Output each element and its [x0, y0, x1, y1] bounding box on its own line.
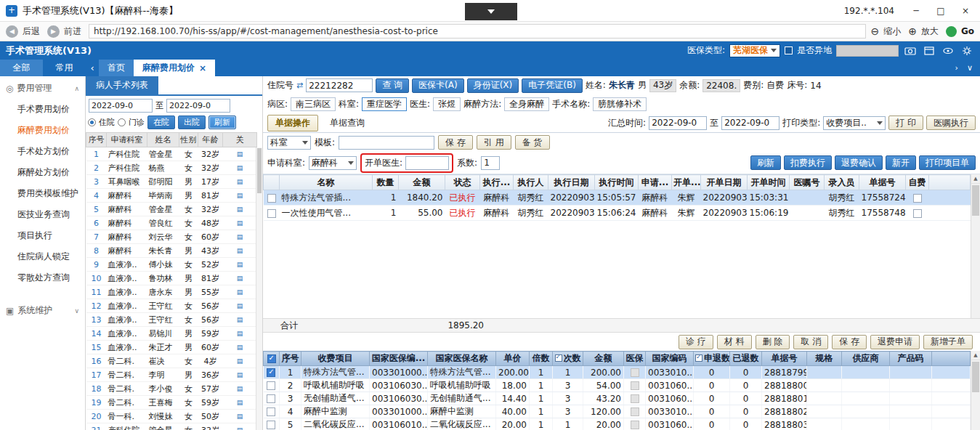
- col-status[interactable]: 状态: [445, 175, 480, 190]
- record-icon[interactable]: ▤: [237, 413, 243, 420]
- scrollbar-thumb[interactable]: [972, 362, 979, 392]
- treatment-button[interactable]: 诊 疗: [679, 335, 713, 349]
- col-refund-request[interactable]: 申退数: [694, 352, 730, 366]
- col-exec-dept[interactable]: 执行...: [480, 175, 514, 190]
- save-button[interactable]: 保 存: [832, 335, 867, 349]
- summary-from-input[interactable]: [649, 116, 707, 130]
- filter-all-tab[interactable]: 全部: [0, 60, 43, 76]
- selfpay-checkbox[interactable]: [913, 209, 922, 218]
- summary-to-input[interactable]: [721, 116, 779, 130]
- go-icon[interactable]: [946, 26, 957, 37]
- col-item-name[interactable]: 名称: [280, 175, 373, 190]
- detail-row[interactable]: 1 特殊方法气管... 003301000... 特殊方法气管... 200.0…: [264, 366, 971, 379]
- record-icon[interactable]: ▤: [237, 288, 243, 296]
- col-bill-no[interactable]: 单据号: [859, 175, 906, 190]
- col-order-no[interactable]: 医嘱号: [790, 175, 825, 190]
- selfpay-checkbox[interactable]: [913, 194, 922, 203]
- tabs-back-icon[interactable]: ‹: [86, 60, 99, 76]
- col-self-pay[interactable]: 自费: [906, 175, 929, 190]
- sidebar-item-surgery-cost[interactable]: 手术费用划价: [0, 99, 85, 120]
- patient-row[interactable]: 9 血液净.. 傅小妹 女 52岁 ▤: [86, 258, 257, 272]
- col-order-time[interactable]: 开单时间: [748, 175, 790, 190]
- forward-icon[interactable]: ▶: [47, 25, 60, 38]
- col-entry-user[interactable]: 录入员: [825, 175, 859, 190]
- template-input[interactable]: [339, 136, 434, 150]
- patient-row[interactable]: 16 骨二科. 崔决 女 4岁 ▤: [86, 354, 257, 368]
- col-insurance-flag[interactable]: 医保: [624, 352, 646, 366]
- scrollbar-thumb[interactable]: [972, 185, 979, 216]
- detail-row[interactable]: 5 二氧化碳反应... 003106010... 二氧化碳反应... 20.00…: [264, 418, 971, 430]
- add-suborder-button[interactable]: 新增子单: [923, 335, 973, 349]
- zoom-out-button[interactable]: 缩小: [883, 25, 901, 38]
- col-order-date[interactable]: 开单日期: [701, 175, 748, 190]
- sidebar-item-fee-template[interactable]: 费用类模板维护: [0, 183, 85, 204]
- sidebar-item-inpatient-lock[interactable]: 住院病人锁定: [0, 246, 85, 267]
- id-card-button[interactable]: 身份证(X): [467, 78, 519, 93]
- row-checkbox[interactable]: [267, 194, 276, 203]
- record-icon[interactable]: ▤: [237, 426, 243, 430]
- remote-input[interactable]: [836, 45, 899, 57]
- record-icon[interactable]: ▤: [237, 206, 243, 213]
- tab-document-query[interactable]: 单据查询: [323, 115, 372, 131]
- sidebar-item-item-execution[interactable]: 项目执行: [0, 225, 85, 246]
- refund-request-button[interactable]: 退费申请: [870, 335, 920, 349]
- order-doctor-input[interactable]: [405, 156, 449, 170]
- inpatient-radio-label[interactable]: 住院: [99, 117, 115, 128]
- col-order-user[interactable]: 开单...: [672, 175, 701, 190]
- charge-row[interactable]: 一次性使用气管... 1 55.00 已执行 麻醉科 胡秀红 20220903 …: [264, 206, 971, 221]
- col-no[interactable]: 序号: [280, 352, 301, 366]
- forward-button[interactable]: 前进: [64, 25, 81, 38]
- patient-row[interactable]: 6 麻醉科 管良红 女 48岁 ▤: [86, 216, 257, 230]
- order-execute-button[interactable]: 医嘱执行: [926, 115, 976, 130]
- col-times[interactable]: 次数: [553, 352, 583, 366]
- row-select-checkbox[interactable]: [267, 381, 275, 390]
- maximize-button[interactable]: □: [932, 6, 949, 16]
- col-dept[interactable]: 申请科室: [107, 133, 147, 147]
- material-button[interactable]: 材 料: [717, 335, 752, 349]
- sidebar-item-medtech-query[interactable]: 医技业务查询: [0, 204, 85, 225]
- screenshot-icon[interactable]: [903, 45, 918, 57]
- patient-row[interactable]: 4 麻醉科 毕炳南 男 81岁 ▤: [86, 189, 257, 203]
- sidebar-item-anesthesia-cost[interactable]: 麻醉费用划价: [0, 120, 85, 141]
- new-order-button[interactable]: 新开: [886, 155, 916, 170]
- record-icon[interactable]: ▤: [237, 385, 243, 392]
- delete-button[interactable]: 删 除: [756, 335, 790, 349]
- patient-list-tab[interactable]: 病人手术列表: [86, 76, 158, 94]
- col-age[interactable]: 年龄: [198, 133, 223, 147]
- scroll-up-icon[interactable]: ▲: [971, 174, 980, 184]
- insurance-type-select[interactable]: 芜湖医保: [729, 44, 780, 57]
- row-select-checkbox[interactable]: [267, 407, 275, 416]
- detail-row[interactable]: 2 呼吸机辅助呼吸 003106030... 呼吸机辅助呼吸 18.00 1 3…: [264, 379, 971, 392]
- col-relation[interactable]: 关: [223, 133, 257, 147]
- col-name[interactable]: 姓名: [147, 133, 179, 147]
- col-bill-no[interactable]: 单据号: [762, 352, 807, 366]
- evoucher-button[interactable]: 电子凭证(B): [522, 78, 583, 93]
- charge-table-scrollbar[interactable]: ▲: [971, 174, 980, 318]
- col-spec[interactable]: 规格: [807, 352, 842, 366]
- stock-button[interactable]: 备 货: [515, 135, 550, 150]
- insurance-card-button[interactable]: 医保卡(A): [412, 78, 464, 93]
- record-icon[interactable]: ▤: [237, 150, 243, 158]
- tabs-more-icon[interactable]: ∨: [967, 63, 973, 73]
- remote-checkbox[interactable]: [785, 46, 793, 54]
- patient-row[interactable]: 19 骨二科. 王喜梅 女 59岁 ▤: [86, 396, 257, 410]
- record-icon[interactable]: ▤: [237, 302, 243, 309]
- detail-row[interactable]: 4 麻醉中监测 003301000... 麻醉中监测 40.00 1 3 120…: [264, 405, 971, 418]
- detail-table-scrollbar[interactable]: ▲: [971, 351, 980, 430]
- patient-row[interactable]: 20 骨一科. 刘慢妹 女 50岁 ▤: [86, 410, 257, 423]
- zoom-out-icon[interactable]: ⊖: [870, 25, 879, 37]
- col-no[interactable]: 序号: [86, 133, 107, 147]
- col-country-code[interactable]: 国家编码: [646, 352, 694, 366]
- scrollbar-thumb[interactable]: [257, 148, 262, 193]
- col-exec-time[interactable]: 执行时间: [595, 175, 639, 190]
- patient-row[interactable]: 12 血液净.. 王守红 女 56岁 ▤: [86, 299, 257, 313]
- date-to-input[interactable]: [166, 99, 230, 113]
- sidebar-section-system[interactable]: ▣ 系统维护 ∨: [0, 299, 85, 321]
- cite-template-button[interactable]: 引 用: [477, 135, 511, 150]
- patient-row[interactable]: 5 麻醉科 管金星 女 32岁 ▤: [86, 203, 257, 216]
- record-icon[interactable]: ▤: [237, 275, 243, 282]
- refresh-list-button[interactable]: 刷新: [208, 115, 236, 129]
- detail-row[interactable]: 3 无创辅助通气... 003106030... 无创辅助通气... 14.40…: [264, 392, 971, 405]
- patient-row[interactable]: 3 耳鼻咽喉 邵明阳 男 17岁 ▤: [86, 175, 257, 189]
- col-charge-item[interactable]: 收费项目: [301, 352, 370, 366]
